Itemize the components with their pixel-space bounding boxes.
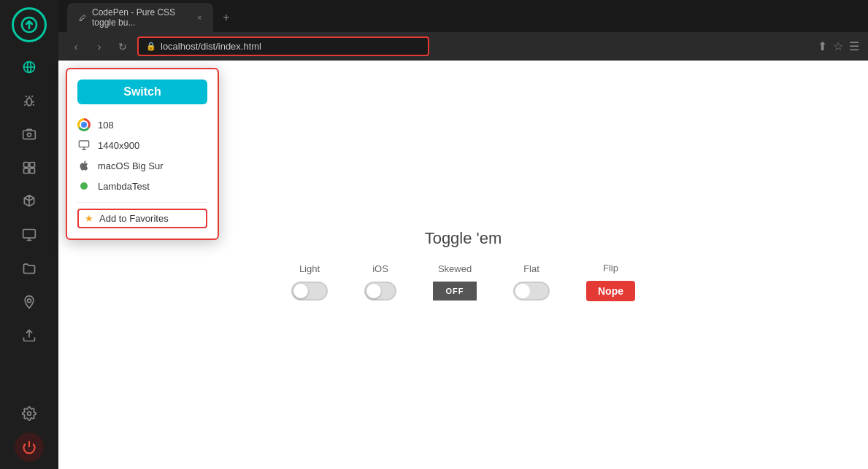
toggle-group-light: Light [291,263,328,301]
chrome-version: 108 [98,120,114,131]
svg-point-2 [28,133,31,136]
toggle-flip[interactable]: Nope [586,281,635,301]
sidebar-item-sync[interactable] [15,53,44,82]
tab-close-btn[interactable]: × [197,14,201,22]
toggle-label-light: Light [299,263,320,274]
toggle-skewed[interactable]: OFF [433,282,477,301]
sidebar-item-location[interactable] [15,287,44,317]
sidebar-bottom [15,399,44,462]
tab-bar: 🖊 CodePen - Pure CSS toggle bu... × + [58,0,868,32]
switch-button[interactable]: Switch [77,80,207,104]
toggle-row: Light iOS Skewed OFF [291,263,635,301]
toggle-group-skewed: Skewed OFF [433,263,477,301]
refresh-btn[interactable]: ↻ [114,38,131,55]
popup-item-chrome: 108 [77,115,207,135]
sidebar [0,0,58,469]
os-text: macOS Big Sur [98,160,164,171]
svg-rect-6 [30,168,35,174]
browser-tab[interactable]: 🖊 CodePen - Pure CSS toggle bu... × [67,3,213,32]
chrome-icon [77,118,91,131]
resolution-text: 1440x900 [98,140,139,151]
menu-icon[interactable]: ☰ [849,39,859,53]
star-icon[interactable]: ☆ [833,39,843,53]
apple-icon [77,159,91,172]
sidebar-item-layers[interactable] [15,153,44,182]
lock-icon: 🔒 [146,42,156,51]
browser-content: Switch 108 1440x900 [58,61,868,469]
star-filled-icon: ★ [85,213,93,224]
svg-rect-1 [23,131,36,139]
svg-rect-4 [30,163,35,168]
svg-rect-3 [24,163,29,168]
sidebar-item-camera[interactable] [15,120,44,149]
browser: 🖊 CodePen - Pure CSS toggle bu... × + ‹ … [58,0,868,469]
svg-point-8 [28,299,31,303]
popup-item-status: LambdaTest [77,176,207,196]
popup-panel: Switch 108 1440x900 [66,68,219,240]
monitor-icon [77,139,91,152]
popup-item-resolution: 1440x900 [77,135,207,155]
status-text: LambdaTest [98,181,150,192]
svg-point-9 [28,412,31,416]
toggle-label-skewed: Skewed [438,263,472,274]
toggle-group-ios: iOS [364,263,396,301]
sidebar-logo[interactable] [12,7,47,42]
toggle-label-ios: iOS [372,263,388,274]
bookmark-icon[interactable]: ⬆ [818,39,827,53]
add-to-favorites-btn[interactable]: ★ Add to Favorites [77,209,207,228]
new-tab-btn[interactable]: + [216,7,237,28]
browser-actions: ⬆ ☆ ☰ [818,39,859,53]
sidebar-item-cube[interactable] [15,187,44,216]
sidebar-item-power[interactable] [15,433,44,462]
sidebar-item-bug[interactable] [15,86,44,115]
address-bar[interactable]: 🔒 localhost/dist/index.html [137,36,429,56]
toggle-group-flat: Flat [513,263,550,301]
sidebar-item-settings[interactable] [15,399,44,428]
back-btn[interactable]: ‹ [67,38,85,55]
svg-rect-5 [24,168,29,174]
svg-rect-10 [79,141,88,147]
toggle-label-flat: Flat [523,263,539,274]
favorite-label: Add to Favorites [99,213,169,224]
sidebar-item-monitor[interactable] [15,220,44,249]
toggle-section: Toggle 'em Light iOS Skewed [291,229,635,301]
url-text: localhost/dist/index.html [161,41,261,52]
sidebar-item-upload[interactable] [15,321,44,350]
status-dot-icon [77,179,91,193]
toggle-light[interactable] [291,282,328,301]
toggle-title: Toggle 'em [425,229,502,248]
address-bar-row: ‹ › ↻ 🔒 localhost/dist/index.html ⬆ ☆ ☰ [58,32,868,61]
toggle-skewed-label: OFF [446,287,464,295]
toggle-ios[interactable] [364,282,396,301]
popup-item-os: macOS Big Sur [77,155,207,176]
toggle-group-flip: Flip Nope [586,263,635,301]
sidebar-item-folder[interactable] [15,254,44,283]
toggle-label-flip: Flip [603,263,618,274]
tab-favicon: 🖊 [79,14,86,22]
toggle-flat[interactable] [513,282,550,301]
tab-label: CodePen - Pure CSS toggle bu... [92,7,188,28]
forward-btn[interactable]: › [91,38,108,55]
popup-divider [77,202,207,203]
svg-rect-7 [23,230,36,239]
